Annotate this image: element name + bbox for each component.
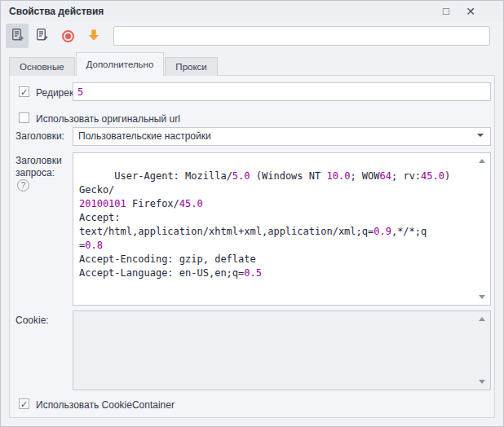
- headers-select-label: Заголовки:: [15, 130, 64, 142]
- use-original-url-label[interactable]: Использовать оригинальный url: [36, 113, 180, 125]
- window-title: Свойства действия: [9, 6, 104, 17]
- action-properties-button[interactable]: [6, 24, 29, 48]
- chevron-down-icon[interactable]: [477, 134, 484, 152]
- use-original-url-checkbox[interactable]: [19, 112, 29, 123]
- request-headers-label: Заголовки запроса:: [15, 155, 66, 179]
- toolbar: [1, 22, 503, 50]
- title-bar: Свойства действия □ ✕: [1, 1, 503, 22]
- request-headers-textarea[interactable]: User-Agent: Mozilla/5.0 (Windows NT 10.0…: [73, 152, 491, 306]
- headers-select-combobox[interactable]: Пользовательские настройки: [73, 127, 491, 146]
- scroll-down-icon[interactable]: [479, 295, 485, 299]
- tab-proxy[interactable]: Прокси: [165, 57, 217, 76]
- use-cookiecontainer-label[interactable]: Использовать CookieContainer: [36, 399, 175, 411]
- tab-advanced[interactable]: Дополнительно: [76, 52, 165, 76]
- maximize-icon: □: [443, 5, 449, 17]
- toolbar-text-input[interactable]: [113, 26, 490, 46]
- edit-action-button[interactable]: [30, 24, 53, 48]
- tab-main[interactable]: Основные: [9, 57, 75, 76]
- scroll-down-icon[interactable]: [479, 380, 485, 384]
- checkmark-icon: ✓: [20, 399, 28, 409]
- close-icon: ✕: [466, 5, 475, 18]
- document-gear-icon: [11, 28, 24, 44]
- scroll-up-icon[interactable]: [479, 317, 485, 321]
- action-properties-window: Свойства действия □ ✕: [0, 0, 504, 427]
- record-button[interactable]: [56, 24, 79, 48]
- record-icon: [62, 30, 74, 42]
- tab-strip: Основные Дополнительно Прокси: [9, 52, 495, 76]
- close-button[interactable]: ✕: [462, 3, 479, 20]
- download-button[interactable]: [82, 24, 105, 48]
- request-headers-text: User-Agent: Mozilla/5.0 (Windows NT 10.0…: [79, 170, 456, 279]
- use-cookiecontainer-checkbox[interactable]: ✓: [19, 398, 29, 409]
- scroll-up-icon[interactable]: [479, 159, 485, 163]
- headers-select-value: Пользовательские настройки: [78, 130, 211, 142]
- cookie-textarea[interactable]: [73, 310, 491, 390]
- down-arrow-icon: [86, 28, 101, 45]
- redirect-checkbox[interactable]: ✓: [19, 86, 29, 97]
- advanced-tab-panel: ✓ Редирект Использовать оригинальный url…: [9, 75, 495, 418]
- document-pencil-icon: [35, 28, 49, 44]
- maximize-button[interactable]: □: [438, 3, 454, 20]
- redirect-count-input[interactable]: [73, 82, 491, 101]
- cookie-label: Cookie:: [15, 315, 49, 326]
- checkmark-icon: ✓: [20, 87, 28, 97]
- help-icon[interactable]: ?: [17, 179, 29, 191]
